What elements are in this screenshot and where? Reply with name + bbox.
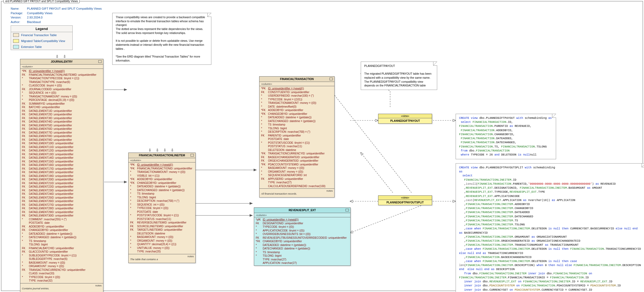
column-row: TYPE :nvarchar(20) bbox=[129, 250, 195, 253]
column-row: *FKADDEDBYID :uniqueidentifier bbox=[260, 108, 334, 112]
column-row: FKAPPUSERID :uniqueidentifier bbox=[260, 177, 334, 181]
column-row: FKBASEEXCHANGERATEID :uniqueidentifier bbox=[260, 156, 334, 159]
entity-notes: notesAll financial transaction records. bbox=[259, 188, 334, 197]
column-row: *DATEADDED :datetime = (getdate()) bbox=[260, 116, 334, 119]
column-row: *FKCHANGEDBYID :uniqueidentifier bbox=[255, 240, 350, 243]
column-row: *TSLONG :bigint bbox=[255, 254, 350, 258]
column-row: *PKID :uniqueidentifier = (newid()) bbox=[129, 163, 195, 167]
column-row: FKDATAELEMENT7ID :uniqueidentifier bbox=[21, 131, 103, 135]
column-row: *POSTSTATUSCODE :tinyint = ((1)) bbox=[129, 214, 195, 217]
view-plannedgiftpayoutsplit: «view» PLANNEDGIFTPAYOUTSPLIT bbox=[378, 195, 432, 205]
entity-title: REVENUESPLIT_EXT bbox=[254, 208, 350, 213]
column-row: *DATEADDED :datetime = (getdate()) bbox=[21, 232, 103, 236]
column-row: *SEQUENCE :int = ((0)) bbox=[129, 203, 195, 207]
entity-notes: notesContains journal entries. bbox=[20, 283, 103, 292]
column-row: POSTDATE :date bbox=[21, 221, 103, 225]
swatch-yellow-icon bbox=[13, 39, 19, 43]
column-row: FKDATAELEMENT9ID :uniqueidentifier bbox=[21, 138, 103, 142]
column-row: *TYPECODE :tinyint = ((101)) bbox=[260, 98, 334, 101]
relation-stubs-icon: ⇩ ⇩ bbox=[56, 54, 68, 59]
column-row: *FKFINANCIALTRANSACTIONID :uniqueidentif… bbox=[129, 167, 195, 170]
column-row: *DATECHANGED :datetime = (getdate()) bbox=[21, 236, 103, 239]
column-row: FKDATAELEMENT28ID :uniqueidentifier bbox=[21, 207, 103, 210]
column-row: FKDATAELEMENT30ID :uniqueidentifier bbox=[21, 214, 103, 218]
column-list: *PKID :uniqueidentifier = (newid())FKCON… bbox=[259, 86, 334, 188]
column-row: FKCONSTITUENTID :uniqueidentifier bbox=[260, 90, 334, 94]
column-row: *SEQUENCEGENERATORID :int bbox=[260, 173, 334, 177]
column-row: FKDATAELEMENT2ID :uniqueidentifier bbox=[21, 113, 103, 116]
relation-stubs-icon: ⇩ ⇩ ⇩ ⇩ bbox=[148, 148, 176, 152]
column-row: *pfKID :uniqueidentifier = (newid()) bbox=[255, 218, 350, 222]
column-row: FKDESIGNATIONID :uniqueidentifier bbox=[255, 222, 350, 225]
column-row: FKDATAELEMENT16ID :uniqueidentifier bbox=[21, 163, 103, 167]
column-row: FKTARGETLINEITEMID :uniqueidentifier bbox=[129, 228, 195, 232]
column-row: FKGLACCOUNTID :uniqueidentifier bbox=[21, 250, 103, 254]
column-row: TYPE :nvarchar(27) bbox=[255, 258, 350, 261]
column-row: FKDATAELEMENT6ID :uniqueidentifier bbox=[21, 127, 103, 131]
column-row: *TYPECODE :tinyint = ((0)) bbox=[255, 225, 350, 229]
entity-financialtransaction: FINANCIALTRANSACTION «column» *PKID :uni… bbox=[259, 76, 335, 198]
note-main: These compatibility views are created to… bbox=[112, 13, 211, 65]
column-row: FKDATAELEMENT27ID :uniqueidentifier bbox=[21, 203, 103, 207]
swatch-cyan-icon bbox=[13, 45, 19, 49]
entity-title: FINANCIALTRANSACTION bbox=[259, 77, 334, 82]
column-row: *TRANSACTIONAMOUNT :money = ((0)) bbox=[260, 101, 334, 105]
column-list: *PKID :uniqueidentifier = (newid())*FKFI… bbox=[129, 162, 195, 254]
column-row: FKDATAELEMENT11ID :uniqueidentifier bbox=[21, 145, 103, 149]
column-row: *SUBLEDGERTYPECODE :tinyint = ((1)) bbox=[21, 254, 103, 257]
column-row: *DATEADDED :datetime = (getdate()) bbox=[255, 243, 350, 247]
column-row: POSTSTATUS :nvarchar(11) bbox=[129, 217, 195, 221]
column-row: *TRANSACTIONAMOUNT :money = ((0)) bbox=[129, 170, 195, 174]
column-row: *BASEAMOUNT :money = ((0)) bbox=[129, 235, 195, 239]
column-row: FKDATAELEMENT10ID :uniqueidentifier bbox=[21, 142, 103, 145]
column-row: *FKCHANGEDBYID :uniqueidentifier bbox=[260, 112, 334, 116]
legend-item: Migrated Table/Compatibility View bbox=[11, 38, 72, 44]
column-row: FKDATAELEMENT4ID :uniqueidentifier bbox=[21, 120, 103, 124]
column-row: FKCHANGEDBYID :uniqueidentifier bbox=[21, 228, 103, 232]
entity-journalentry: ⇩ ⇩ JOURNALENTRY «column» *PKID :uniquei… bbox=[20, 59, 103, 292]
column-row: *DESCRIPTION :nvarchar(700) = ('') bbox=[260, 130, 334, 134]
column-row: FKDATAELEMENT29ID :uniqueidentifier bbox=[21, 210, 103, 214]
column-row: FKDATAELEMENT13ID :uniqueidentifier bbox=[21, 153, 103, 156]
column-row: FKDATAELEMENT25ID :uniqueidentifier bbox=[21, 196, 103, 200]
entity-revenuesplit-ext: REVENUESPLIT_EXT «column» *pfKID :unique… bbox=[254, 207, 351, 266]
column-row: *TYPECODE :tinyint = ((0)) bbox=[21, 275, 103, 279]
column-row: FKDATAELEMENT15ID :uniqueidentifier bbox=[21, 160, 103, 164]
column-row: *QUANTITY :decimal(20,4) = ((1)) bbox=[129, 242, 195, 246]
column-row: FKDATAELEMENT3ID :uniqueidentifier bbox=[21, 116, 103, 120]
column-row: FKDATAELEMENT22ID :uniqueidentifier bbox=[21, 185, 103, 189]
column-row: *TYPECODE :tinyint = ((0)) bbox=[129, 206, 195, 210]
column-row: FKTRANSACTIONCURRENCYID :uniqueidentifie… bbox=[21, 268, 103, 272]
column-row: *DESCRIPTION :nvarchar(700) = ('') bbox=[129, 199, 195, 203]
column-row: POSTDATE :date bbox=[260, 137, 334, 141]
column-row: *FKADDEDBYID :uniqueidentifier bbox=[129, 177, 195, 181]
column-row: FKBATCHID :uniqueidentifier bbox=[21, 105, 103, 109]
column-row: FKADDEDBYID :uniqueidentifier bbox=[21, 225, 103, 229]
swatch-tan-icon bbox=[13, 33, 19, 37]
entity-title: FINANCIALTRANSACTIONLINEITEM bbox=[129, 153, 195, 158]
column-row: FKDATAELEMENT20ID :uniqueidentifier bbox=[21, 178, 103, 181]
column-row: FKFINANCIALBATCHID :uniqueidentifier bbox=[21, 247, 103, 250]
column-row: *BASEAMOUNT :money = ((0)) bbox=[260, 166, 334, 170]
column-row: CLASS :nvarchar(33) bbox=[21, 272, 103, 275]
meta-block: Name: PLANNED GIFT PAYOUT and SPLIT Comp… bbox=[11, 6, 102, 24]
legend: Legend Financial Transaction Table Migra… bbox=[11, 25, 73, 50]
column-row: *SEQUENCE :int = ((0)) bbox=[21, 91, 103, 95]
column-row: FKDATAELEMENT12ID :uniqueidentifier bbox=[21, 149, 103, 153]
column-row: FKDATAELEMENT5ID :uniqueidentifier bbox=[21, 124, 103, 127]
entity-financialtransactionlineitem: ⇩ ⇩ ⇩ ⇩ FINANCIALTRANSACTIONLINEITEM «co… bbox=[128, 153, 196, 263]
column-row: FKFINANCIALTRANSACTIONLINEITEMID :unique… bbox=[21, 73, 103, 77]
column-row: FKJOURNALCODEID :uniqueidentifier bbox=[21, 88, 103, 91]
column-row: *TRANSACTIONTYPECODE :tinyint = ((1)) bbox=[21, 77, 103, 80]
column-row: FKDATAELEMENT17ID :uniqueidentifier bbox=[21, 167, 103, 171]
column-row: *TSLONG :bigint bbox=[260, 127, 334, 130]
column-row: FKSOURCELINEITEMID :uniqueidentifier bbox=[129, 225, 195, 228]
column-row: *DATECHANGED :datetime = (getdate()) bbox=[260, 119, 334, 123]
column-row: *DATE :datetimeoffset(0) bbox=[260, 105, 334, 109]
column-row: FKPARENTID :uniqueidentifier bbox=[260, 134, 334, 138]
column-row: *USERDEFINEDID :nvarchar(100) = ('') bbox=[260, 94, 334, 98]
column-row: POSTDATE :date bbox=[129, 210, 195, 214]
column-row: TYPE :nvarchar(32) bbox=[21, 279, 103, 283]
legend-item: Extension Table bbox=[11, 44, 72, 50]
column-row: FKREVENUESPLITBUSINESSUNITOVERRIDECODEID… bbox=[255, 236, 350, 240]
